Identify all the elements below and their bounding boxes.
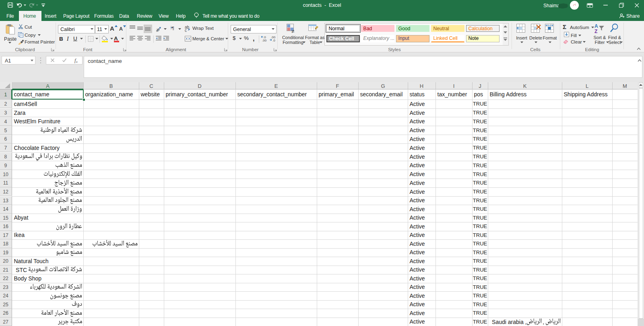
svg-text:c: c — [185, 28, 187, 32]
svg-text:A: A — [594, 23, 598, 29]
svg-text:¶: ¶ — [172, 26, 174, 31]
svg-text:≠: ≠ — [291, 28, 294, 33]
svg-text:.0: .0 — [272, 39, 275, 42]
svg-text:Z: Z — [594, 29, 597, 33]
svg-text:.00: .00 — [262, 39, 267, 42]
